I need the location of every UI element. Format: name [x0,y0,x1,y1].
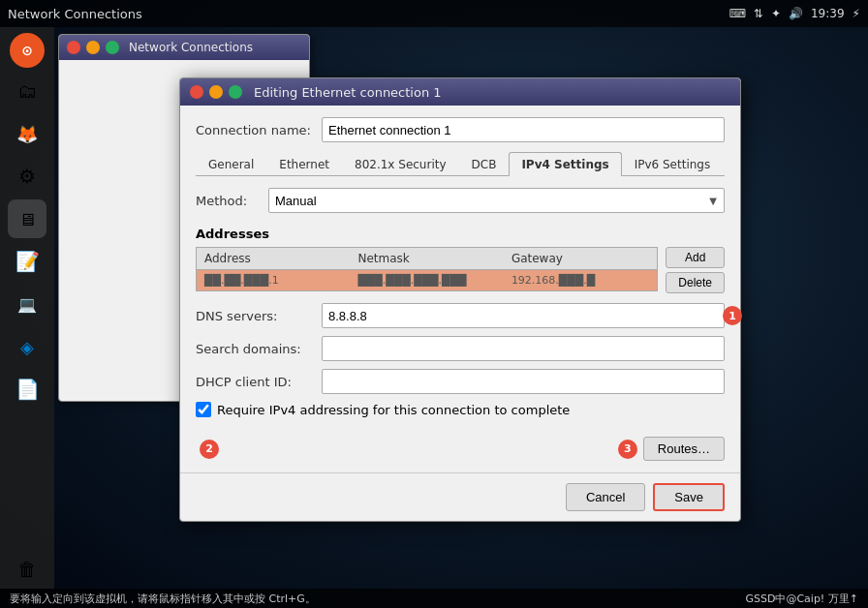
dialog-minimize-button[interactable] [209,85,223,99]
sidebar: ⊙ 🗂 🦊 ⚙ 🖥 📝 💻 ◈ 📄 🗑 [0,27,54,589]
volume-icon: 🔊 [789,7,803,20]
desktop: Network Connections ⌨ ⇅ ✦ 🔊 19:39 ⚡ ⊙ 🗂 … [0,0,868,608]
checkbox-section: Require IPv4 addressing for this connect… [196,402,725,427]
gateway-col-header: Gateway [504,248,657,269]
addresses-section: Address Netmask Gateway ██.██.███.1 ███.… [196,247,725,293]
dns-badge-1: 1 [723,306,742,325]
power-icon: ⚡ [852,7,860,20]
address-cell: ██.██.███.1 [197,270,350,290]
badge-3: 3 [618,440,637,459]
taskbar-right: ⌨ ⇅ ✦ 🔊 19:39 ⚡ [729,7,860,20]
taskbar-top: Network Connections ⌨ ⇅ ✦ 🔊 19:39 ⚡ [0,0,868,27]
dns-input[interactable] [322,303,725,328]
dhcp-client-id-label: DHCP client ID: [196,375,312,389]
dialog-buttons: Cancel Save [180,472,740,521]
edit-connection-dialog: Editing Ethernet connection 1 Connection… [179,77,741,522]
tab-ethernet[interactable]: Ethernet [266,152,342,176]
netmask-col-header: Netmask [350,248,503,269]
text2-icon: 📄 [16,378,40,401]
sidebar-item-files[interactable]: 🗂 [8,72,46,110]
delete-address-button[interactable]: Delete [666,272,725,293]
method-row: Method: Manual Automatic (DHCP) Link-Loc… [196,188,725,213]
tab-general[interactable]: General [196,152,266,176]
clock: 19:39 [811,7,845,20]
routes-button[interactable]: Routes… [643,437,725,461]
dialog-title: Editing Ethernet connection 1 [254,85,442,100]
net-connections-titlebar: Network Connections [59,35,309,60]
keyboard-icon: ⌨ [729,7,746,20]
sidebar-item-vscode[interactable]: ◈ [8,327,46,366]
method-select-wrapper: Manual Automatic (DHCP) Link-Local Only … [268,188,725,213]
firefox-icon: 🦊 [16,124,38,144]
tab-ipv6[interactable]: IPv6 Settings [622,152,724,176]
sidebar-item-text2[interactable]: 📄 [8,370,46,409]
ubuntu-logo: ⊙ [21,43,33,58]
method-label: Method: [196,194,259,208]
tab-dcb[interactable]: DCB [459,152,510,176]
tabs-bar: General Ethernet 802.1x Security DCB IPv… [196,152,725,176]
save-button[interactable]: Save [653,483,725,511]
net-minimize-button[interactable] [86,41,100,54]
files-icon: 🗂 [17,79,37,103]
address-row[interactable]: ██.██.███.1 ███.███.███.███ 192.168.███.… [197,270,657,290]
netmask-cell: ███.███.███.███ [350,270,503,290]
dialog-titlebar: Editing Ethernet connection 1 [180,78,740,106]
cancel-button[interactable]: Cancel [566,483,645,511]
bottom-row: 2 3 Routes… [196,437,725,461]
add-delete-buttons: Add Delete [666,247,725,293]
dhcp-client-id-input[interactable] [322,369,725,394]
sidebar-item-trash[interactable]: 🗑 [8,550,46,589]
vscode-icon: ◈ [20,337,34,357]
ipv4-checkbox[interactable] [196,402,211,417]
statusbar-left: 要将输入定向到该虚拟机，请将鼠标指针移入其中或按 Ctrl+G。 [10,592,316,606]
checkbox-label: Require IPv4 addressing for this connect… [217,403,570,417]
search-domains-label: Search domains: [196,342,312,356]
taskbar-title: Network Connections [8,7,142,21]
net-maximize-button[interactable] [106,41,119,54]
addresses-header: Address Netmask Gateway [196,247,658,269]
sidebar-item-settings[interactable]: ⚙ [8,157,46,196]
addresses-table-wrapper: Address Netmask Gateway ██.██.███.1 ███.… [196,247,658,291]
network-icon: ⇅ [754,7,763,20]
gateway-cell: 192.168.███.█ [504,270,657,290]
dialog-body: Connection name: General Ethernet 802.1x… [180,106,740,472]
dialog-close-button[interactable] [190,85,203,99]
search-domains-input[interactable] [322,336,725,361]
address-col-header: Address [197,248,350,269]
tab-ipv4[interactable]: IPv4 Settings [509,152,621,176]
addresses-body: ██.██.███.1 ███.███.███.███ 192.168.███.… [196,269,658,291]
sidebar-item-screen[interactable]: 🖥 [8,199,46,238]
dns-label: DNS servers: [196,309,312,323]
badge-2: 2 [200,440,219,459]
dns-input-wrapper: 1 [322,303,725,328]
sidebar-item-terminal[interactable]: 💻 [8,285,46,323]
bluetooth-icon: ✦ [771,7,781,20]
statusbar-right: GSSD中@Caip! 万里↑ [745,592,858,606]
dhcp-client-id-row: DHCP client ID: [196,369,725,394]
sidebar-item-ubuntu[interactable]: ⊙ [10,33,45,68]
dialog-maximize-button[interactable] [229,85,242,99]
tab-security[interactable]: 802.1x Security [342,152,459,176]
method-select[interactable]: Manual Automatic (DHCP) Link-Local Only … [268,188,725,213]
addresses-title: Addresses [196,227,725,241]
net-window-title: Network Connections [129,41,253,54]
checkbox-row: Require IPv4 addressing for this connect… [196,402,725,417]
dns-row: DNS servers: 1 [196,303,725,328]
trash-icon: 🗑 [17,558,37,581]
terminal-icon: 💻 [17,295,37,314]
connection-name-input[interactable] [322,117,725,142]
badge-2-area: 2 [196,440,219,459]
settings-icon: ⚙ [18,165,36,188]
sidebar-item-firefox[interactable]: 🦊 [8,114,46,153]
add-address-button[interactable]: Add [666,247,725,268]
statusbar: 要将输入定向到该虚拟机，请将鼠标指针移入其中或按 Ctrl+G。 GSSD中@C… [0,589,868,608]
net-close-button[interactable] [67,41,80,54]
screen-icon: 🖥 [18,209,36,229]
routes-area: 3 Routes… [618,437,725,461]
sidebar-item-text1[interactable]: 📝 [8,242,46,281]
connection-name-row: Connection name: [196,117,725,142]
connection-name-label: Connection name: [196,123,312,137]
search-domains-row: Search domains: [196,336,725,361]
text1-icon: 📝 [16,250,40,273]
